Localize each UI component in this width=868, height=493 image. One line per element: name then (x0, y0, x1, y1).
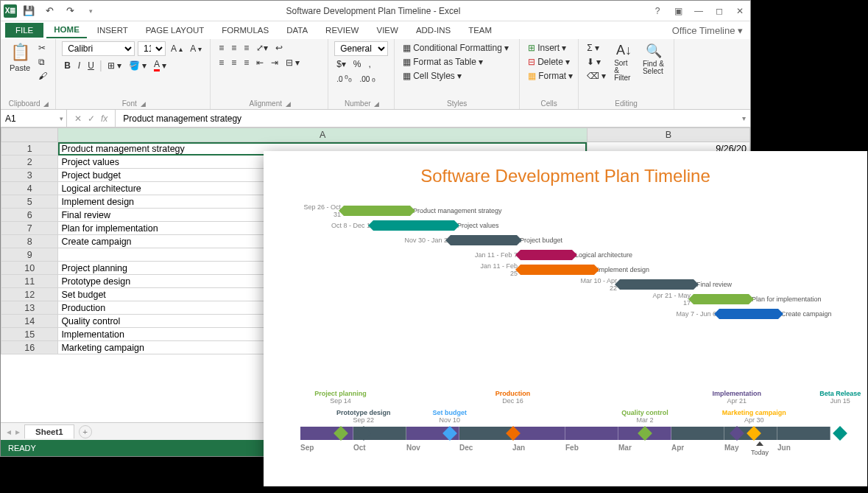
tab-team[interactable]: TEAM (461, 23, 499, 38)
align-center-button[interactable]: ≡ (229, 56, 239, 69)
qat-customize-icon[interactable]: ▾ (82, 3, 99, 19)
decrease-indent-button[interactable]: ⇤ (254, 56, 266, 69)
fill-color-button[interactable]: 🪣▾ (127, 59, 149, 72)
window-controls: ? ▣ — ◻ ✕ (647, 2, 750, 20)
fx-icon[interactable]: fx (101, 113, 107, 124)
fill-button[interactable]: ⬇▾ (585, 55, 608, 69)
formula-bar: A1▾ ✕ ✓ fx ▾ (1, 110, 750, 127)
sheet-nav-prev-icon[interactable]: ◂ (7, 427, 11, 437)
autosum-button[interactable]: Σ▾ (585, 41, 608, 55)
cut-button[interactable]: ✂ (36, 41, 49, 55)
window-title: Software Development Plan Timeline - Exc… (286, 6, 461, 16)
format-painter-button[interactable]: 🖌 (36, 69, 49, 83)
tab-data[interactable]: DATA (279, 23, 315, 38)
cancel-formula-icon[interactable]: ✕ (74, 113, 82, 124)
tab-file[interactable]: FILE (5, 23, 43, 38)
dialog-launcher-icon[interactable]: ◢ (374, 100, 379, 108)
copy-button[interactable]: ⧉ (36, 55, 49, 69)
milestone-label: Beta ReleaseJun 15 (819, 390, 861, 405)
today-marker: Today (751, 449, 769, 456)
font-size-combo[interactable]: 11 (138, 41, 166, 56)
decrease-font-button[interactable]: A▾ (188, 42, 204, 55)
tab-office-timeline[interactable]: Office Timeline ▾ (672, 25, 743, 36)
tab-insert[interactable]: INSERT (90, 23, 135, 38)
excel-icon: X≣ (4, 4, 17, 18)
percent-button[interactable]: % (351, 57, 364, 71)
milestone-label: Prototype designSep 22 (336, 409, 391, 424)
gantt-chart: Sep 26 - Oct 31Product management strate… (286, 204, 845, 337)
expand-formula-bar-icon[interactable]: ▾ (738, 114, 750, 122)
align-middle-button[interactable]: ≡ (229, 41, 239, 55)
add-sheet-button[interactable]: + (79, 425, 92, 438)
delete-cells-button[interactable]: ⊟ Delete ▾ (526, 55, 572, 69)
increase-indent-button[interactable]: ⇥ (269, 56, 280, 69)
currency-button[interactable]: $▾ (334, 57, 348, 71)
wrap-text-button[interactable]: ↩ (273, 41, 285, 55)
dialog-launcher-icon[interactable]: ◢ (286, 100, 291, 108)
ribbon-group-number: General $▾ % , .0⁰₀ .00₀ Number ◢ (328, 39, 395, 109)
insert-cells-button[interactable]: ⊞ Insert ▾ (526, 41, 572, 55)
increase-decimal-button[interactable]: .0⁰₀ (334, 72, 354, 85)
save-button[interactable]: 💾 (20, 3, 38, 19)
close-button[interactable]: ✕ (730, 2, 750, 20)
formula-input[interactable] (116, 110, 738, 127)
merge-center-button[interactable]: ⊟▾ (283, 56, 302, 69)
tab-addins[interactable]: ADD-INS (409, 23, 458, 38)
font-name-combo[interactable]: Calibri (62, 41, 135, 56)
italic-button[interactable]: I (76, 59, 82, 72)
chart-title: Software Development Plan Timeline (286, 166, 845, 186)
tab-page-layout[interactable]: PAGE LAYOUT (138, 23, 211, 38)
bold-button[interactable]: B (62, 59, 73, 72)
redo-button[interactable]: ↷ (61, 3, 79, 19)
titlebar: X≣ 💾 ↶ ↷ ▾ Software Development Plan Tim… (1, 1, 750, 21)
ribbon-group-font: Calibri 11 A▴ A▾ B I U | ⊞▾ 🪣▾ A▾ Font ◢ (56, 39, 211, 109)
borders-button[interactable]: ⊞▾ (105, 59, 124, 72)
fill-down-icon: ⬇ (587, 57, 594, 67)
decrease-decimal-button[interactable]: .00₀ (357, 72, 378, 85)
sheet-tab-active[interactable]: Sheet1 (24, 424, 74, 438)
orientation-button[interactable]: ⤢▾ (254, 41, 270, 55)
paste-button[interactable]: 📋 Paste (7, 41, 33, 83)
maximize-button[interactable]: ◻ (709, 2, 730, 20)
align-top-button[interactable]: ≡ (216, 41, 226, 55)
timeline-chart-overlay: Software Development Plan Timeline Sep 2… (264, 151, 867, 486)
tab-formulas[interactable]: FORMULAS (214, 23, 276, 38)
font-color-button[interactable]: A▾ (152, 57, 169, 73)
tab-review[interactable]: REVIEW (318, 23, 366, 38)
find-select-button[interactable]: 🔍 Find & Select (640, 41, 668, 83)
milestone-label: ImplementationApr 21 (713, 390, 762, 405)
format-icon: ▦ (528, 71, 536, 81)
align-right-button[interactable]: ≡ (241, 56, 251, 69)
comma-button[interactable]: , (367, 57, 373, 71)
minimize-button[interactable]: — (688, 2, 709, 20)
milestone-label: Set budgetNov 10 (433, 409, 467, 424)
delete-icon: ⊟ (528, 57, 535, 67)
underline-button[interactable]: U (85, 59, 96, 72)
timeline-month-segment: Apr (671, 427, 724, 440)
paint-bucket-icon: 🪣 (129, 60, 140, 71)
tab-view[interactable]: VIEW (369, 23, 405, 38)
dialog-launcher-icon[interactable]: ◢ (43, 100, 49, 108)
increase-font-button[interactable]: A▴ (169, 42, 185, 55)
number-format-combo[interactable]: General (334, 41, 388, 56)
name-box[interactable]: A1▾ (1, 110, 67, 127)
undo-button[interactable]: ↶ (40, 3, 58, 19)
dialog-launcher-icon[interactable]: ◢ (141, 100, 146, 108)
sheet-nav-next-icon[interactable]: ▸ (15, 427, 20, 437)
cell-styles-button[interactable]: ▦ Cell Styles ▾ (401, 69, 513, 83)
enter-formula-icon[interactable]: ✓ (88, 113, 95, 124)
conditional-formatting-button[interactable]: ▦ Conditional Formatting ▾ (401, 41, 513, 55)
sort-filter-button[interactable]: A↓ Sort & Filter (611, 41, 637, 83)
clear-button[interactable]: ⌫▾ (585, 69, 608, 83)
binoculars-icon: 🔍 (646, 43, 662, 59)
align-left-button[interactable]: ≡ (216, 56, 226, 69)
align-bottom-button[interactable]: ≡ (241, 41, 251, 55)
tab-home[interactable]: HOME (46, 22, 87, 38)
help-icon[interactable]: ? (647, 2, 668, 20)
format-as-table-button[interactable]: ▦ Format as Table ▾ (401, 55, 513, 69)
ribbon-tabs: FILE HOME INSERT PAGE LAYOUT FORMULAS DA… (1, 21, 750, 39)
ribbon-display-icon[interactable]: ▣ (668, 2, 688, 20)
sort-filter-icon: A↓ (616, 43, 632, 58)
format-cells-button[interactable]: ▦ Format ▾ (526, 69, 572, 83)
gantt-task: Jan 11 - Feb 25Implement design (473, 263, 649, 276)
